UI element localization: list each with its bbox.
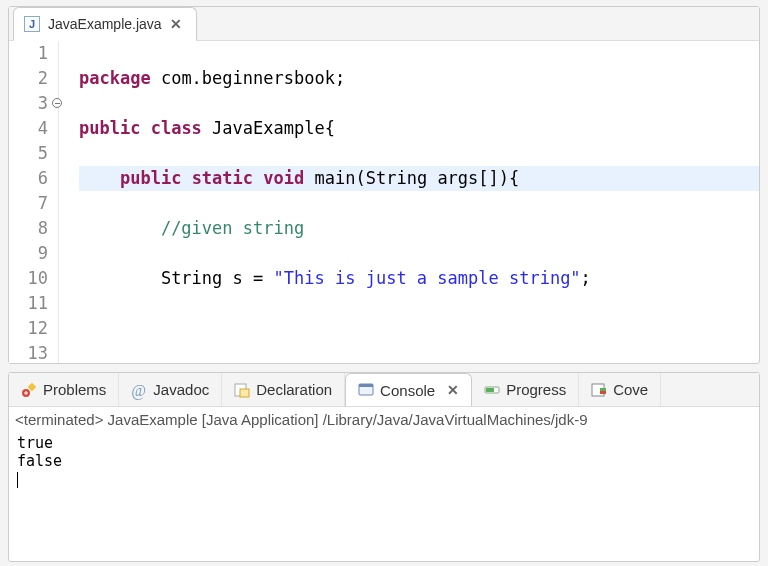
tab-label: Problems [43, 381, 106, 398]
tab-progress[interactable]: Progress [472, 373, 579, 407]
line-number: 3 [38, 93, 48, 113]
tab-javadoc[interactable]: @ Javadoc [119, 373, 222, 407]
svg-rect-7 [486, 388, 494, 392]
tab-label: Javadoc [153, 381, 209, 398]
tab-coverage[interactable]: Cove [579, 373, 661, 407]
line-number: 1 [38, 43, 48, 63]
java-file-icon: J [24, 16, 40, 32]
line-number: 7 [38, 193, 48, 213]
line-number: 5 [38, 143, 48, 163]
line-number: 11 [28, 293, 48, 313]
close-icon[interactable]: ✕ [170, 16, 182, 32]
svg-rect-10 [600, 388, 606, 391]
console-cursor-line [17, 470, 751, 488]
progress-icon [484, 382, 500, 398]
editor-tabbar: J JavaExample.java ✕ [9, 7, 759, 41]
code-area[interactable]: 1 2 3 4 5 6 7 8 9 10 11 12 13 package co… [9, 41, 759, 363]
view-tabbar: Problems @ Javadoc Declaration Console ✕… [9, 373, 759, 407]
tab-label: Progress [506, 381, 566, 398]
line-number: 12 [28, 318, 48, 338]
svg-rect-1 [28, 382, 36, 390]
line-number: 4 [38, 118, 48, 138]
javadoc-icon: @ [131, 382, 147, 398]
editor-tab-javaexample[interactable]: J JavaExample.java ✕ [13, 7, 197, 41]
console-line: true [17, 434, 751, 452]
tab-label: Declaration [256, 381, 332, 398]
console-icon [358, 382, 374, 398]
tab-label: Console [380, 382, 435, 399]
tab-declaration[interactable]: Declaration [222, 373, 345, 407]
line-number-gutter: 1 2 3 4 5 6 7 8 9 10 11 12 13 [9, 41, 59, 363]
coverage-icon [591, 382, 607, 398]
line-number: 6 [38, 168, 48, 188]
line-number: 10 [28, 268, 48, 288]
line-number: 9 [38, 243, 48, 263]
console-header: <terminated> JavaExample [Java Applicati… [9, 407, 759, 430]
tab-console[interactable]: Console ✕ [345, 373, 472, 407]
problems-icon [21, 382, 37, 398]
editor-pane: J JavaExample.java ✕ 1 2 3 4 5 6 7 8 9 1… [8, 6, 760, 364]
line-number: 8 [38, 218, 48, 238]
tab-label: Cove [613, 381, 648, 398]
console-output[interactable]: true false [9, 430, 759, 561]
line-number: 2 [38, 68, 48, 88]
tab-problems[interactable]: Problems [9, 373, 119, 407]
line-number: 13 [28, 343, 48, 363]
bottom-pane: Problems @ Javadoc Declaration Console ✕… [8, 372, 760, 562]
close-icon[interactable]: ✕ [447, 382, 459, 398]
text-cursor [17, 472, 18, 488]
code-text[interactable]: package com.beginnersbook; public class … [59, 41, 759, 363]
declaration-icon [234, 382, 250, 398]
console-line: false [17, 452, 751, 470]
fold-toggle-icon[interactable] [52, 98, 62, 108]
svg-rect-3 [240, 389, 249, 397]
svg-rect-5 [359, 384, 373, 387]
editor-tab-label: JavaExample.java [48, 16, 162, 32]
